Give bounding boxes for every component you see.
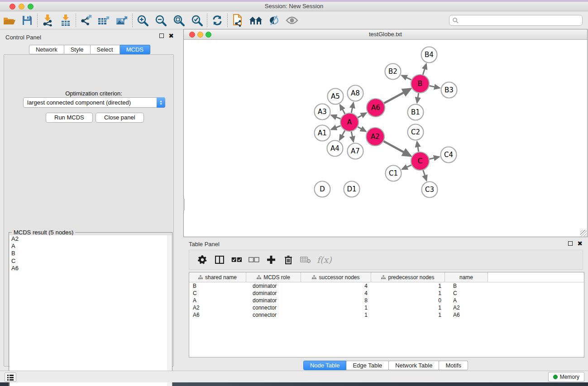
search-field[interactable] xyxy=(449,15,583,26)
close-panel-button[interactable]: Close panel xyxy=(96,113,144,123)
criterion-select[interactable]: largest connected component (directed) ▲… xyxy=(23,97,165,108)
node-A2[interactable]: A2 xyxy=(366,128,384,146)
node-A[interactable]: A xyxy=(340,113,359,131)
node-C2[interactable]: C2 xyxy=(408,124,424,140)
select-all-button[interactable] xyxy=(228,252,245,268)
column-header-MCDS-role[interactable]: MCDS role xyxy=(246,272,301,282)
import-table-button[interactable] xyxy=(57,13,75,28)
tab-network-table[interactable]: Network Table xyxy=(389,361,439,370)
tab-mcds[interactable]: MCDS xyxy=(120,45,150,54)
node-D[interactable]: D xyxy=(315,181,330,197)
node-A5[interactable]: A5 xyxy=(328,89,344,105)
node-A7[interactable]: A7 xyxy=(348,143,363,159)
table-row[interactable]: Cdominator41C xyxy=(189,290,584,297)
edge-B-B1[interactable] xyxy=(417,93,418,103)
column-header-name[interactable]: name xyxy=(445,272,488,282)
edge-B-B3[interactable] xyxy=(430,86,440,88)
table-row[interactable]: A2connector11A2 xyxy=(189,304,584,311)
import-network-button[interactable] xyxy=(38,13,57,28)
zoom-out-button[interactable] xyxy=(152,13,170,28)
node-A1[interactable]: A1 xyxy=(315,125,330,141)
edge-A-A4[interactable] xyxy=(339,130,344,140)
zoom-fit-button[interactable] xyxy=(170,13,188,28)
minimize-view-button[interactable] xyxy=(197,32,203,38)
refresh-button[interactable] xyxy=(208,13,226,28)
edge-A-A7[interactable] xyxy=(351,132,354,142)
function-builder-button[interactable]: f(x) xyxy=(317,255,332,265)
edge-A-A1[interactable] xyxy=(331,126,341,129)
hide-button[interactable] xyxy=(265,13,283,28)
result-item[interactable]: A6 xyxy=(10,265,167,272)
save-button[interactable] xyxy=(18,13,36,28)
node-A6[interactable]: A6 xyxy=(367,99,385,117)
mcds-result-list[interactable]: A2ABCA6 xyxy=(10,235,172,386)
minimize-window-button[interactable] xyxy=(19,4,24,10)
result-item[interactable]: A2 xyxy=(10,235,167,243)
tab-motifs[interactable]: Motifs xyxy=(439,361,468,370)
split-table-button[interactable] xyxy=(211,252,228,268)
node-B4[interactable]: B4 xyxy=(421,47,437,63)
node-B1[interactable]: B1 xyxy=(408,105,424,120)
edge-A-A3[interactable] xyxy=(331,115,340,119)
export-network-button[interactable] xyxy=(77,13,95,28)
node-B2[interactable]: B2 xyxy=(385,64,401,80)
zoom-window-button[interactable] xyxy=(28,4,33,10)
unselect-all-button[interactable] xyxy=(245,252,263,268)
export-image-button[interactable] xyxy=(113,13,131,28)
search-input[interactable] xyxy=(459,16,582,25)
edge-A-A5[interactable] xyxy=(340,105,345,114)
home-button[interactable] xyxy=(247,13,265,28)
column-header-predecessor-nodes[interactable]: predecessor nodes xyxy=(371,272,445,282)
tab-network[interactable]: Network xyxy=(29,45,64,54)
table-settings-button[interactable] xyxy=(194,252,211,268)
zoom-in-button[interactable] xyxy=(134,13,152,28)
eye-button[interactable] xyxy=(283,13,301,28)
edge-B-B2[interactable] xyxy=(402,76,411,80)
node-D1[interactable]: D1 xyxy=(344,181,360,197)
add-column-button[interactable] xyxy=(263,252,280,268)
node-B3[interactable]: B3 xyxy=(441,82,457,98)
zoom-selected-button[interactable] xyxy=(188,13,206,28)
close-table-panel-icon[interactable]: ✖ xyxy=(577,241,583,246)
node-C4[interactable]: C4 xyxy=(441,147,457,163)
float-panel-icon[interactable] xyxy=(159,33,164,38)
node-C3[interactable]: C3 xyxy=(422,182,438,198)
splitter-handle[interactable] xyxy=(183,199,185,210)
zoom-view-button[interactable] xyxy=(206,32,211,38)
open-button[interactable] xyxy=(0,13,18,28)
table-row[interactable]: A6connector11A6 xyxy=(189,311,584,319)
node-A4[interactable]: A4 xyxy=(327,141,343,157)
edge-C-C2[interactable] xyxy=(417,142,418,152)
close-panel-icon[interactable]: ✖ xyxy=(168,33,174,38)
edge-C-C1[interactable] xyxy=(402,165,411,169)
edge-B-B4[interactable] xyxy=(423,64,426,75)
node-A8[interactable]: A8 xyxy=(348,86,363,101)
column-header-successor-nodes[interactable]: successor nodes xyxy=(301,272,371,282)
node-table[interactable]: shared nameMCDS rolesuccessor nodesprede… xyxy=(189,272,584,357)
node-C[interactable]: C xyxy=(411,152,429,170)
close-window-button[interactable] xyxy=(10,4,15,10)
edge-A-A2[interactable] xyxy=(358,127,366,131)
delete-button[interactable] xyxy=(280,252,297,268)
edge-C-C3[interactable] xyxy=(423,170,427,181)
edge-A-A8[interactable] xyxy=(351,103,354,113)
edge-C-C4[interactable] xyxy=(429,157,439,159)
edge-A2-C[interactable] xyxy=(383,141,410,156)
column-header-shared-name[interactable]: shared name xyxy=(189,272,246,282)
resize-grip[interactable] xyxy=(580,230,587,236)
memory-button[interactable]: Memory xyxy=(548,372,584,382)
delete-table-button[interactable] xyxy=(297,252,314,268)
result-item[interactable]: B xyxy=(10,250,167,257)
tab-edge-table[interactable]: Edge Table xyxy=(346,361,389,370)
table-row[interactable]: Adominator80A xyxy=(189,297,584,304)
edge-A-A6[interactable] xyxy=(358,113,366,118)
result-item[interactable]: A xyxy=(10,243,167,250)
tab-node-table[interactable]: Node Table xyxy=(303,361,347,370)
tab-style[interactable]: Style xyxy=(64,45,91,54)
node-B[interactable]: B xyxy=(411,75,429,93)
table-row[interactable]: Bdominator41B xyxy=(189,282,584,290)
edge-A6-B[interactable] xyxy=(384,89,410,103)
close-view-button[interactable] xyxy=(189,32,195,38)
run-mcds-button[interactable]: Run MCDS xyxy=(46,113,93,123)
result-item[interactable]: C xyxy=(10,257,167,265)
